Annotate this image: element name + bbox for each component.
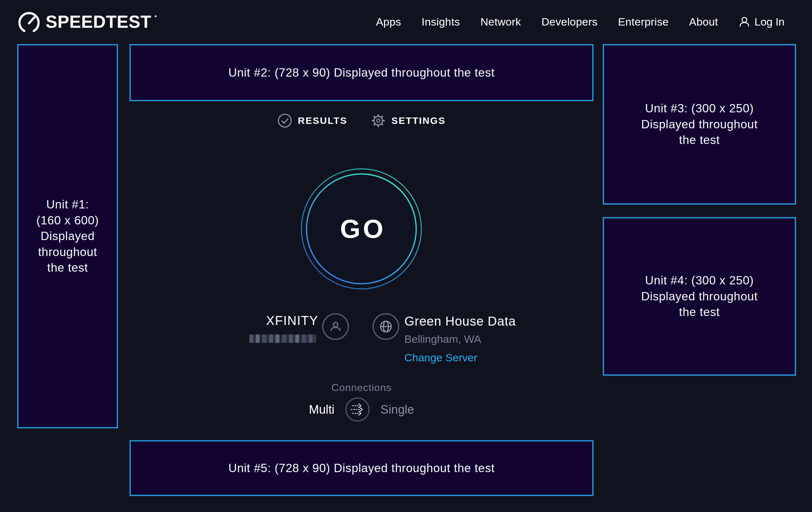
ad-unit-2[interactable]: Unit #2: (728 x 90) Displayed throughout… [129, 44, 593, 101]
main-nav: Apps Insights Network Developers Enterpr… [376, 0, 785, 44]
server-name: Green House Data [404, 314, 516, 328]
ad-unit-4[interactable]: Unit #4: (300 x 250) Displayed throughou… [603, 217, 796, 376]
isp-icon-circle [322, 313, 349, 340]
nav-apps[interactable]: Apps [376, 16, 401, 28]
nav-developers[interactable]: Developers [542, 16, 598, 28]
ad-text-line: Unit #2: (728 x 90) Displayed throughout… [228, 65, 495, 81]
censored-ip-address [250, 334, 316, 343]
server-icon-circle [373, 313, 399, 340]
gauge-logo-icon [18, 10, 40, 33]
tab-results-label: RESULTS [298, 115, 347, 126]
server-info: Green House Data Bellingham, WA Change S… [404, 314, 516, 364]
ad-unit-5[interactable]: Unit #5: (728 x 90) Displayed throughout… [129, 440, 593, 496]
ad-text-line: the test [679, 304, 720, 320]
header: SPEEDTEST Apps Insights Network Develope… [0, 0, 812, 44]
tab-settings-label: SETTINGS [391, 115, 445, 126]
go-button[interactable]: GO [300, 168, 422, 290]
ad-text-line: throughout [38, 244, 97, 260]
ad-unit-3[interactable]: Unit #3: (300 x 250) Displayed throughou… [603, 44, 796, 205]
ad-text-line: Unit #1: [46, 197, 89, 213]
ad-text-line: Unit #3: (300 x 250) [645, 101, 754, 116]
nav-about[interactable]: About [689, 16, 718, 28]
login-label: Log In [754, 16, 785, 28]
connections-single-option[interactable]: Single [380, 403, 414, 416]
trademark-dot [155, 15, 156, 17]
ad-text-line: Displayed throughout [641, 116, 758, 132]
ad-text-line: Displayed [40, 228, 95, 244]
ad-text-line: the test [47, 260, 88, 276]
globe-icon [379, 319, 393, 334]
login-button[interactable]: Log In [738, 16, 785, 28]
nav-insights[interactable]: Insights [422, 16, 460, 28]
ad-text-line: Unit #4: (300 x 250) [645, 273, 754, 289]
connections-toggle-button[interactable] [345, 397, 370, 422]
ad-unit-1[interactable]: Unit #1: (160 x 600) Displayed throughou… [17, 44, 118, 428]
ad-text-line: Unit #5: (728 x 90) Displayed throughout… [228, 460, 495, 476]
server-location: Bellingham, WA [404, 333, 516, 345]
gear-icon [371, 113, 385, 128]
ad-text-line: (160 x 600) [36, 213, 99, 228]
change-server-link[interactable]: Change Server [404, 351, 516, 364]
multi-connection-arrows-icon [350, 403, 365, 416]
person-icon [328, 320, 343, 333]
nav-enterprise[interactable]: Enterprise [618, 16, 669, 28]
check-circle-icon [278, 113, 292, 128]
ad-text-line: the test [679, 132, 720, 148]
connections-multi-option[interactable]: Multi [309, 403, 335, 416]
ad-text-line: Displayed throughout [641, 289, 758, 304]
go-label: GO [300, 168, 422, 290]
connections-heading: Connections [129, 382, 593, 394]
speedtest-logo[interactable]: SPEEDTEST [18, 10, 158, 33]
connections-toggle-row: Multi Single [129, 397, 593, 422]
tab-results[interactable]: RESULTS [278, 113, 347, 128]
logo-wordmark: SPEEDTEST [46, 13, 151, 31]
user-icon [738, 16, 750, 28]
speedtest-page: SPEEDTEST Apps Insights Network Develope… [0, 0, 812, 512]
tab-settings[interactable]: SETTINGS [371, 113, 445, 128]
nav-network[interactable]: Network [480, 16, 521, 28]
tabs-row: RESULTS SETTINGS [129, 113, 593, 128]
